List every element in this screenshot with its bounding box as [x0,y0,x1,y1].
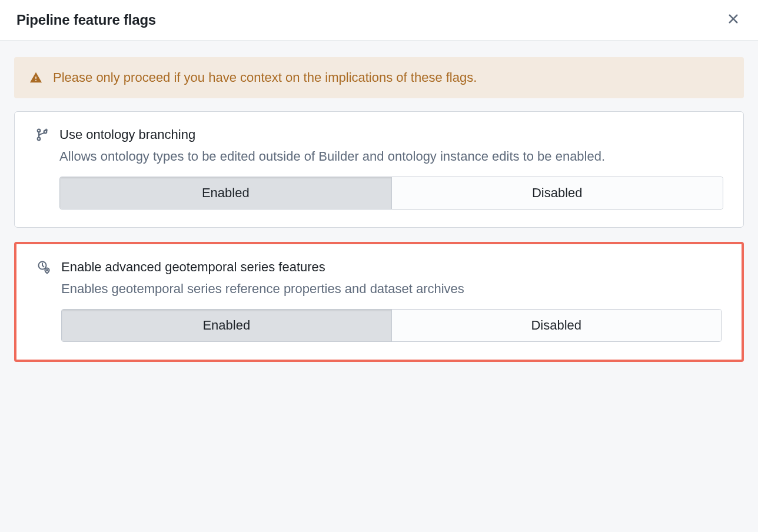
warning-banner: Please only proceed if you have context … [14,57,744,98]
dialog-content: Please only proceed if you have context … [0,41,758,393]
flag-title: Use ontology branching [59,127,195,142]
geotemporal-icon [36,260,52,275]
warning-text: Please only proceed if you have context … [53,70,477,85]
flag-title: Enable advanced geotemporal series featu… [61,260,325,275]
segment-enabled[interactable]: Enabled [60,177,391,209]
dialog-header: Pipeline feature flags [0,0,758,41]
segmented-control: Enabled Disabled [61,309,722,342]
flag-description: Enables geotemporal series reference pro… [61,280,722,298]
close-button[interactable] [725,12,742,28]
flag-card-ontology-branching: Use ontology branching Allows ontology t… [14,111,744,228]
warning-icon [29,71,42,84]
svg-point-4 [46,270,48,271]
flag-description: Allows ontology types to be edited outsi… [59,147,723,166]
segment-disabled[interactable]: Disabled [391,310,722,341]
flag-header: Use ontology branching [35,127,723,142]
branch-icon [35,127,50,142]
flag-header: Enable advanced geotemporal series featu… [36,260,722,275]
flag-card-geotemporal: Enable advanced geotemporal series featu… [14,242,744,362]
dialog-title: Pipeline feature flags [16,12,156,28]
segment-disabled[interactable]: Disabled [391,177,723,209]
segment-enabled[interactable]: Enabled [62,310,391,341]
segmented-control: Enabled Disabled [59,177,723,210]
close-icon [727,13,739,27]
